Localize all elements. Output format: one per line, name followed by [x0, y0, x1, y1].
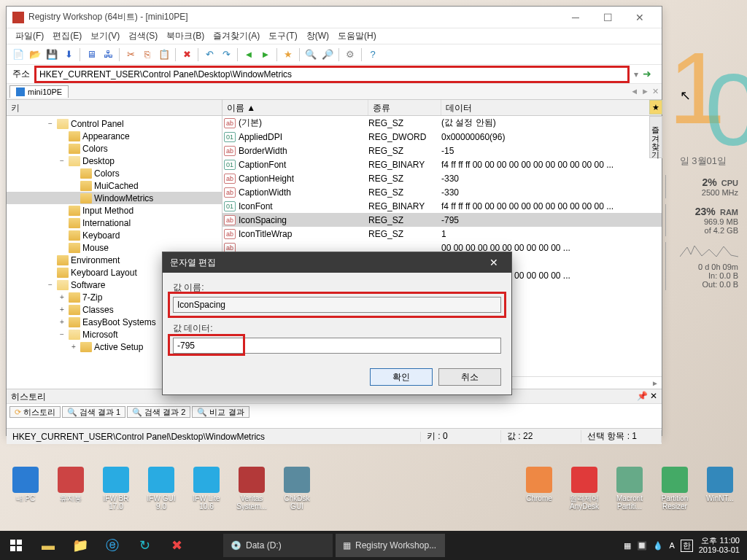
tree-node[interactable]: MuiCached	[7, 179, 222, 192]
tb-bookmark-icon[interactable]: ★	[281, 47, 295, 62]
desktop-icon[interactable]: Partition Resizer	[655, 467, 694, 510]
taskbar-task[interactable]: ▦Registry Workshop...	[336, 534, 445, 557]
address-input[interactable]	[36, 68, 627, 81]
tb-save-icon[interactable]: 💾	[44, 47, 59, 62]
history-tab[interactable]: 🔍검색 결과 1	[62, 406, 125, 418]
list-row[interactable]: abCaptionWidthREG_SZ-330	[222, 185, 662, 199]
tray-volume-icon[interactable]: 💧	[653, 541, 663, 551]
tray-lang-a-icon[interactable]: A	[669, 541, 674, 550]
tray-ime-icon[interactable]: 한	[681, 540, 693, 552]
tb-folder-icon[interactable]: 📁	[64, 531, 96, 560]
desktop-icon[interactable]: Chrome	[519, 467, 559, 510]
taskbar-task[interactable]: 💿Data (D:)	[223, 534, 333, 557]
tb-find-icon[interactable]: 🔍	[303, 47, 318, 62]
tb-new-icon[interactable]: 📄	[11, 47, 26, 62]
tb-redo-icon[interactable]: ↷	[219, 47, 233, 62]
tree-node[interactable]: WindowMetrics	[7, 192, 222, 204]
menu-item[interactable]: 검색(S)	[128, 30, 158, 42]
toolbar: 📄 📂 💾 ⬇ 🖥 🖧 ✂ ⎘ 📋 ✖ ↶ ↷ ◄ ► ★ 🔍 🔎 ⚙ ?	[7, 44, 662, 65]
tb-paste-icon[interactable]: 📋	[157, 47, 171, 62]
list-row[interactable]: 01AppliedDPIREG_DWORD0x00000060(96)	[222, 130, 662, 144]
tab-close-icon[interactable]: ✕	[652, 87, 659, 96]
list-row[interactable]: abCaptionHeightREG_SZ-330	[222, 171, 662, 185]
menu-item[interactable]: 파일(F)	[15, 30, 44, 42]
tree-header: 키	[7, 100, 222, 116]
go-button[interactable]: ➜	[643, 68, 656, 81]
tree-node[interactable]: International	[7, 217, 222, 229]
desktop-icon[interactable]: 휴지통	[51, 467, 90, 510]
favorites-side-tab[interactable]: 즐겨찾기	[649, 116, 662, 158]
tree-node[interactable]: Appearance	[7, 130, 222, 142]
tree-node[interactable]: Keyboard	[7, 229, 222, 241]
menu-item[interactable]: 편집(E)	[53, 30, 82, 42]
tree-node[interactable]: −Desktop	[7, 155, 222, 167]
desktop-icon[interactable]: IFW Lite 10.6	[187, 467, 226, 510]
tb-close-icon[interactable]: ✖	[160, 531, 193, 560]
tb-import-icon[interactable]: ⬇	[61, 47, 76, 62]
list-row[interactable]: ab(기본)REG_SZ(값 설정 안됨)	[222, 116, 662, 130]
desktop-icon[interactable]: 원격제어 AnyDesk	[565, 467, 604, 510]
history-tab[interactable]: 🔍비교 결과	[192, 406, 249, 418]
tb-back-icon[interactable]: ◄	[241, 47, 256, 62]
tree-node[interactable]: Colors	[7, 167, 222, 179]
cancel-button[interactable]: 취소	[438, 368, 501, 386]
close-button[interactable]: ✕	[624, 7, 656, 28]
hscroll-right-icon[interactable]: ►	[651, 379, 659, 387]
tray-color-icon[interactable]: 🔲	[637, 541, 647, 551]
desktop-icon[interactable]: Veritas System...	[232, 467, 271, 510]
list-row[interactable]: abIconSpacingREG_SZ-795	[222, 213, 662, 227]
menu-item[interactable]: 북마크(B)	[166, 30, 204, 42]
tray-clock[interactable]: 오후 11:00 2019-03-01	[699, 536, 740, 555]
desktop-icon[interactable]: IFW GUI 9.0	[142, 467, 181, 510]
tb-settings-icon[interactable]: ⚙	[343, 47, 357, 62]
col-name[interactable]: 이름 ▲	[222, 100, 368, 115]
menu-item[interactable]: 즐겨찾기(A)	[213, 30, 260, 42]
list-row[interactable]: abIconTitleWrapREG_SZ1	[222, 227, 662, 241]
desktop-icon[interactable]: 내 PC	[6, 467, 45, 510]
list-row[interactable]: abBorderWidthREG_SZ-15	[222, 144, 662, 158]
menu-item[interactable]: 보기(V)	[90, 30, 120, 42]
tree-node[interactable]: Input Method	[7, 204, 222, 217]
value-data-input[interactable]	[173, 338, 501, 354]
start-button[interactable]	[0, 531, 32, 560]
desktop-icon[interactable]: IFW BR 17.0	[96, 467, 136, 510]
tray-app-icon[interactable]: ▦	[624, 541, 631, 551]
tab-prev-icon[interactable]: ◄	[630, 87, 638, 96]
desktop-icon[interactable]: Macrorit Partiti...	[610, 467, 649, 510]
tree-node[interactable]: −Control Panel	[7, 117, 222, 130]
tb-explorer-icon[interactable]: ▬	[32, 531, 64, 560]
ok-button[interactable]: 확인	[370, 368, 433, 386]
desktop-icon[interactable]: ChkDsk GUI	[277, 467, 317, 510]
tb-monitor-icon[interactable]: 🖥	[84, 47, 98, 62]
maximize-button[interactable]: ☐	[592, 7, 624, 28]
tab-mini10pe[interactable]: mini10PE	[9, 85, 69, 98]
desktop-icon[interactable]: WinNT...	[700, 467, 740, 510]
dialog-close-button[interactable]: ✕	[484, 257, 504, 268]
pin-icon[interactable]: 📌 ✕	[637, 391, 657, 402]
tb-fwd-icon[interactable]: ►	[258, 47, 273, 62]
col-data[interactable]: 데이터	[441, 100, 662, 115]
tb-refresh-icon[interactable]: ↻	[128, 531, 160, 560]
history-tab[interactable]: ⟳히스토리	[9, 406, 61, 418]
tb-open-icon[interactable]: 📂	[28, 47, 42, 62]
value-name-input[interactable]	[173, 297, 501, 313]
history-tab[interactable]: 🔍검색 결과 2	[127, 406, 190, 418]
tb-undo-icon[interactable]: ↶	[202, 47, 217, 62]
tb-remote-icon[interactable]: 🖧	[101, 47, 115, 62]
favorites-star-icon[interactable]: ★	[649, 100, 662, 114]
menu-item[interactable]: 도움말(H)	[338, 30, 376, 42]
tree-node[interactable]: Colors	[7, 142, 222, 155]
list-row[interactable]: 01CaptionFontREG_BINARYf4 ff ff ff 00 00…	[222, 158, 662, 171]
tb-replace-icon[interactable]: 🔎	[320, 47, 335, 62]
list-row[interactable]: 01IconFontREG_BINARYf4 ff ff ff 00 00 00…	[222, 199, 662, 213]
tb-cut-icon[interactable]: ✂	[123, 47, 138, 62]
menu-item[interactable]: 창(W)	[306, 30, 329, 42]
tb-delete-icon[interactable]: ✖	[179, 47, 194, 62]
tb-help-icon[interactable]: ?	[365, 47, 380, 62]
tb-copy-icon[interactable]: ⎘	[140, 47, 155, 62]
tb-browser-icon[interactable]: ⓔ	[96, 531, 128, 560]
menu-item[interactable]: 도구(T)	[268, 30, 297, 42]
tab-next-icon[interactable]: ►	[641, 87, 649, 96]
col-type[interactable]: 종류	[368, 100, 441, 115]
minimize-button[interactable]: ─	[560, 7, 592, 28]
